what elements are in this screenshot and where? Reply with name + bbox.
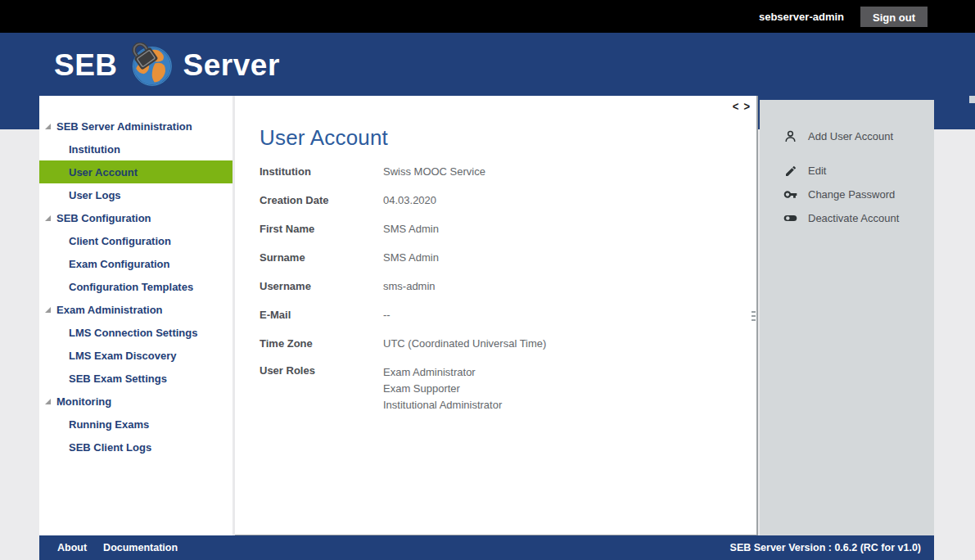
field-label: Surname [260, 251, 383, 264]
field-label: Username [260, 280, 383, 292]
logo-text-server: Server [183, 48, 280, 83]
action-panel: Add User Account Edit Change Password [760, 100, 934, 535]
action-label: Deactivate Account [808, 212, 899, 224]
sidebar-item-seb-configuration[interactable]: SEB Configuration [39, 206, 232, 229]
sidebar-item-label: Exam Configuration [69, 258, 170, 270]
sidebar-item-label: Client Configuration [69, 235, 171, 247]
user-account-panel: < > User Account Institution Swiss MOOC … [235, 96, 758, 535]
logo-text-seb: SEB [54, 48, 118, 83]
sidebar-item-configuration-templates[interactable]: Configuration Templates [39, 275, 232, 298]
change-password-button[interactable]: Change Password [760, 183, 934, 206]
tree-expanded-toggle-icon[interactable] [45, 307, 51, 313]
about-link[interactable]: About [57, 542, 87, 553]
field-value: UTC (Coordinated Universal Time) [383, 336, 546, 352]
add-user-account-button[interactable]: Add User Account [760, 124, 934, 148]
sidebar-item-institution[interactable]: Institution [39, 138, 232, 160]
field-value: sms-admin [383, 278, 436, 295]
sidebar-item-client-configuration[interactable]: Client Configuration [39, 229, 232, 252]
field-label: Time Zone [260, 337, 383, 350]
sidebar-item-label: LMS Connection Settings [69, 327, 197, 339]
navigation-sidebar: SEB Server Administration Institution Us… [39, 96, 232, 535]
field-row-username: Username sms-admin [260, 272, 718, 300]
page-title: User Account [260, 125, 388, 151]
user-account-fields: Institution Swiss MOOC Service Creation … [260, 157, 718, 413]
field-label: Institution [260, 165, 383, 178]
sidebar-item-seb-client-logs[interactable]: SEB Client Logs [39, 436, 232, 458]
field-row-surname: Surname SMS Admin [260, 243, 718, 272]
field-row-time-zone: Time Zone UTC (Coordinated Universal Tim… [260, 329, 718, 358]
sidebar-item-label: Monitoring [56, 395, 111, 408]
expand-panel-icon[interactable]: > [743, 100, 750, 115]
sidebar-item-label: Running Exams [69, 418, 149, 431]
sidebar-item-lms-connection-settings[interactable]: LMS Connection Settings [39, 321, 232, 344]
sidebar-item-label: Institution [69, 143, 120, 156]
action-label: Edit [808, 165, 826, 177]
sidebar-item-label: SEB Server Administration [56, 120, 192, 133]
documentation-link[interactable]: Documentation [103, 542, 178, 553]
add-user-icon [783, 129, 797, 143]
sidebar-item-label: Configuration Templates [69, 281, 193, 293]
version-label: SEB Server Version : 0.6.2 (RC for v1.0) [730, 542, 921, 553]
scroll-corner-notch [969, 96, 975, 103]
sidebar-item-label: SEB Configuration [56, 212, 151, 224]
sidebar-item-exam-administration[interactable]: Exam Administration [39, 298, 232, 321]
sign-out-button[interactable]: Sign out [860, 7, 928, 27]
field-row-first-name: First Name SMS Admin [260, 215, 718, 243]
tree-expanded-toggle-icon[interactable] [45, 399, 51, 404]
footer: About Documentation SEB Server Version :… [39, 535, 934, 560]
field-label: E-Mail [260, 309, 383, 321]
field-row-user-roles: User Roles Exam Administrator Exam Suppo… [260, 358, 718, 413]
sidebar-item-label: Exam Administration [56, 304, 163, 316]
field-row-email: E-Mail -- [260, 300, 718, 329]
tree-expanded-toggle-icon[interactable] [45, 215, 51, 221]
field-row-creation-date: Creation Date 04.03.2020 [260, 186, 718, 215]
panel-controls: < > [733, 101, 750, 114]
globe-lock-icon [128, 43, 174, 88]
toggle-off-icon [783, 211, 797, 225]
field-label: Creation Date [260, 194, 383, 206]
sidebar-item-seb-exam-settings[interactable]: SEB Exam Settings [39, 367, 232, 390]
field-value: Exam Administrator Exam Supporter Instit… [383, 358, 502, 413]
sidebar-item-lms-exam-discovery[interactable]: LMS Exam Discovery [39, 344, 232, 367]
deactivate-account-button[interactable]: Deactivate Account [760, 206, 934, 230]
field-row-institution: Institution Swiss MOOC Service [260, 157, 718, 186]
logo: SEB Server [54, 43, 280, 88]
sidebar-item-label: User Logs [69, 189, 121, 201]
sidebar-item-running-exams[interactable]: Running Exams [39, 413, 232, 436]
action-label: Add User Account [808, 130, 893, 142]
sidebar-item-monitoring[interactable]: Monitoring [39, 390, 232, 413]
sidebar-item-exam-configuration[interactable]: Exam Configuration [39, 252, 232, 275]
action-label: Change Password [808, 188, 895, 201]
field-value: -- [383, 307, 390, 323]
panel-resize-grip[interactable] [752, 311, 756, 321]
sidebar-item-label: User Account [69, 166, 138, 178]
field-label: First Name [260, 223, 383, 235]
edit-button[interactable]: Edit [760, 159, 934, 183]
sidebar-item-user-logs[interactable]: User Logs [39, 183, 232, 206]
field-value: Swiss MOOC Service [383, 164, 485, 180]
tree-expanded-toggle-icon[interactable] [45, 124, 51, 129]
field-value: SMS Admin [383, 221, 439, 237]
field-value: SMS Admin [383, 250, 439, 266]
sidebar-item-label: SEB Client Logs [69, 441, 151, 454]
collapse-panel-icon[interactable]: < [733, 100, 739, 115]
sidebar-item-seb-server-administration[interactable]: SEB Server Administration [39, 115, 232, 138]
sidebar-item-user-account[interactable]: User Account [39, 160, 232, 183]
field-label: User Roles [260, 358, 383, 377]
key-icon [783, 187, 797, 201]
sidebar-item-label: SEB Exam Settings [69, 373, 167, 385]
app-body: SEB Server Administration Institution Us… [39, 96, 934, 535]
field-value: 04.03.2020 [383, 192, 436, 209]
logged-in-username: sebserver-admin [759, 11, 844, 23]
pencil-icon [783, 164, 797, 178]
topbar: sebserver-admin Sign out [0, 0, 975, 33]
sidebar-item-label: LMS Exam Discovery [69, 350, 177, 362]
